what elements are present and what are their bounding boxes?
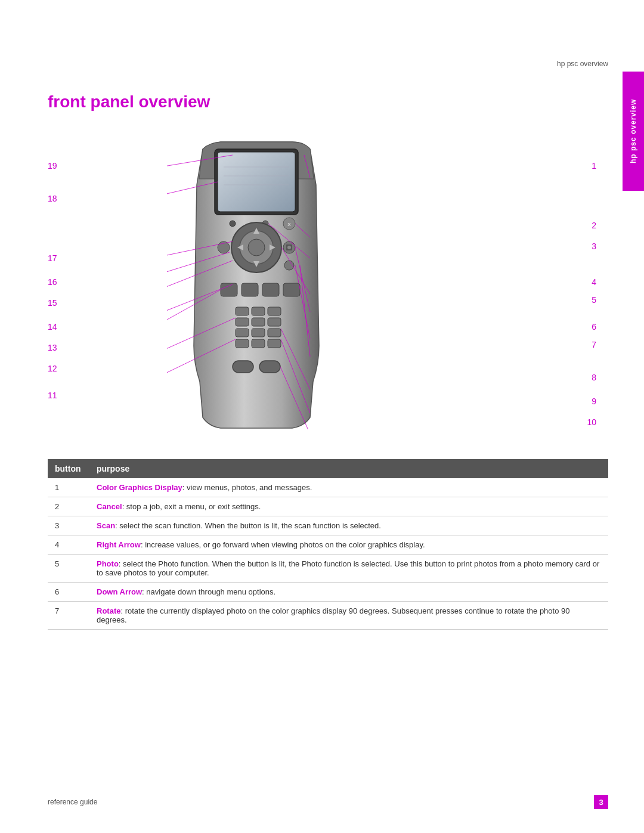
purpose-cell: Cancel: stop a job, exit a menu, or exit… (89, 497, 608, 516)
svg-rect-37 (259, 361, 280, 373)
table-container: button purpose 1 Color Graphics Display:… (48, 459, 608, 630)
button-num: 1 (48, 478, 89, 497)
diagram-container: 19 18 17 16 15 14 13 12 11 1 2 3 4 5 6 7… (48, 125, 608, 441)
label-8: 8 (592, 373, 596, 382)
svg-rect-26 (268, 307, 281, 315)
button-num: 5 (48, 555, 89, 583)
label-11: 11 (48, 391, 57, 400)
svg-rect-31 (252, 329, 265, 337)
svg-rect-27 (236, 318, 249, 326)
label-14: 14 (48, 322, 57, 332)
svg-point-38 (230, 221, 236, 227)
svg-rect-28 (252, 318, 265, 326)
col-button-header: button (48, 459, 89, 478)
label-4: 4 (592, 277, 596, 287)
button-num: 2 (48, 497, 89, 516)
side-tab: hp psc overview (623, 72, 644, 191)
label-5: 5 (592, 295, 596, 305)
svg-rect-22 (262, 283, 279, 296)
purpose-cell: Color Graphics Display: view menus, phot… (89, 478, 608, 497)
purpose-cell: Down Arrow: navigate down through menu o… (89, 583, 608, 602)
table-row: 2 Cancel: stop a job, exit a menu, or ex… (48, 497, 608, 516)
svg-rect-32 (268, 329, 281, 337)
svg-rect-25 (252, 307, 265, 315)
button-table: button purpose 1 Color Graphics Display:… (48, 459, 608, 630)
purpose-cell: Rotate: rotate the currently displayed p… (89, 602, 608, 630)
label-2: 2 (592, 221, 596, 230)
table-header-row: button purpose (48, 459, 608, 478)
svg-rect-29 (268, 318, 281, 326)
footer-text: reference guide (48, 798, 97, 806)
label-12: 12 (48, 364, 57, 373)
page-title: front panel overview (48, 92, 210, 112)
label-16: 16 (48, 277, 57, 287)
table-row: 3 Scan: select the scan function. When t… (48, 516, 608, 535)
footer: reference guide 3 (48, 795, 608, 809)
table-row: 1 Color Graphics Display: view menus, ph… (48, 478, 608, 497)
purpose-cell: Scan: select the scan function. When the… (89, 516, 608, 535)
label-7: 7 (592, 340, 596, 349)
label-1: 1 (592, 161, 596, 171)
section-header: hp psc overview (557, 60, 608, 68)
svg-point-10 (248, 239, 265, 256)
device-illustration: X (167, 137, 346, 429)
label-3: 3 (592, 241, 596, 251)
table-row: 4 Right Arrow: increase values, or go fo… (48, 535, 608, 555)
label-9: 9 (592, 397, 596, 406)
svg-rect-35 (268, 339, 281, 348)
page-number: 3 (594, 795, 608, 809)
table-row: 7 Rotate: rotate the currently displayed… (48, 602, 608, 630)
svg-rect-21 (242, 283, 258, 296)
svg-rect-36 (233, 361, 253, 373)
label-10: 10 (587, 417, 596, 427)
svg-point-17 (287, 246, 291, 249)
label-13: 13 (48, 343, 57, 352)
svg-rect-1 (218, 152, 295, 212)
button-num: 6 (48, 583, 89, 602)
col-purpose-header: purpose (89, 459, 608, 478)
table-row: 6 Down Arrow: navigate down through menu… (48, 583, 608, 602)
svg-rect-23 (283, 283, 300, 296)
table-row: 5 Photo: select the Photo function. When… (48, 555, 608, 583)
svg-rect-24 (236, 307, 249, 315)
purpose-cell: Photo: select the Photo function. When t… (89, 555, 608, 583)
section-label: hp psc overview (557, 60, 608, 68)
svg-text:X: X (287, 222, 291, 227)
svg-rect-20 (221, 283, 237, 296)
button-num: 3 (48, 516, 89, 535)
svg-rect-33 (236, 339, 249, 348)
button-num: 4 (48, 535, 89, 555)
button-num: 7 (48, 602, 89, 630)
label-19: 19 (48, 161, 57, 171)
label-6: 6 (592, 322, 596, 332)
label-18: 18 (48, 194, 57, 203)
svg-rect-30 (236, 329, 249, 337)
label-15: 15 (48, 298, 57, 308)
label-17: 17 (48, 253, 57, 263)
svg-rect-34 (252, 339, 265, 348)
side-tab-label: hp psc overview (629, 99, 637, 163)
purpose-cell: Right Arrow: increase values, or go forw… (89, 535, 608, 555)
